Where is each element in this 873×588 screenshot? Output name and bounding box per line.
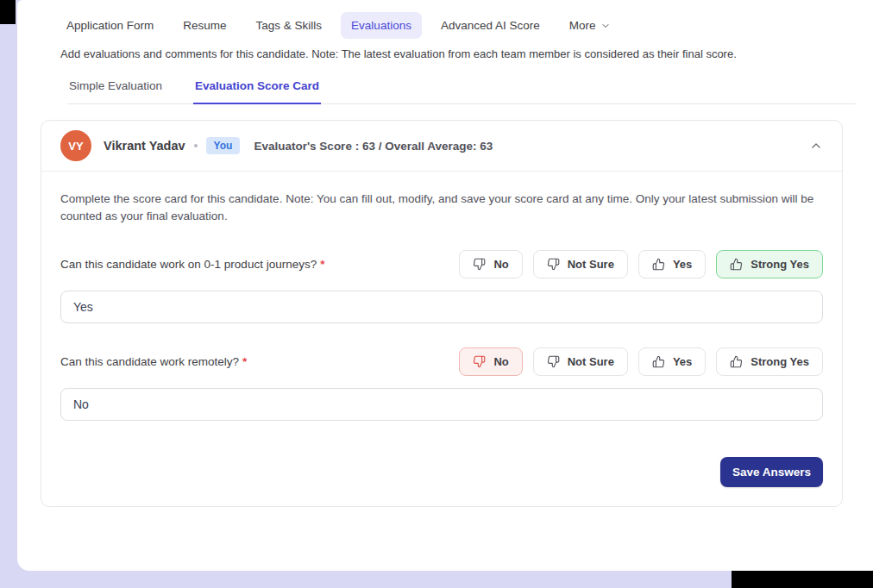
- score-card-body: Complete the score card for this candida…: [41, 172, 842, 506]
- subtab-simple-evaluation[interactable]: Simple Evaluation: [67, 79, 164, 103]
- save-answers-button[interactable]: Save Answers: [720, 457, 823, 487]
- evaluator-score-card: VY Vikrant Yadav You Evaluator's Score :…: [41, 120, 843, 507]
- tab-application-form[interactable]: Application Form: [56, 12, 164, 39]
- redacted-block-top-left: [0, 0, 16, 24]
- option-label: Strong Yes: [751, 258, 809, 271]
- option-strong-yes-button[interactable]: Strong Yes: [716, 347, 823, 376]
- option-not-sure-button[interactable]: Not Sure: [533, 347, 628, 376]
- option-not-sure-button[interactable]: Not Sure: [533, 250, 628, 278]
- tab-more-label: More: [569, 19, 596, 32]
- score-card-instruction: Complete the score card for this candida…: [60, 191, 823, 226]
- option-label: No: [493, 355, 508, 368]
- candidate-detail-panel: Application Form Resume Tags & Skills Ev…: [17, 0, 873, 571]
- thumbs-down-icon: [473, 355, 486, 368]
- evaluator-score-text: Evaluator's Score : 63 / Overall Average…: [254, 140, 493, 153]
- option-label: No: [493, 258, 508, 271]
- avatar: VY: [60, 130, 91, 161]
- required-asterisk: *: [242, 355, 247, 368]
- answer-input[interactable]: [60, 388, 823, 421]
- subtab-evaluation-score-card[interactable]: Evaluation Score Card: [193, 79, 321, 104]
- tab-evaluations[interactable]: Evaluations: [341, 12, 422, 39]
- you-badge: You: [206, 137, 241, 154]
- question-label: Can this candidate work remotely?: [60, 355, 239, 368]
- option-label: Not Sure: [568, 258, 614, 271]
- question-row: Can this candidate work remotely?* No No…: [60, 347, 823, 376]
- thumbs-down-icon: [547, 258, 560, 271]
- option-yes-button[interactable]: Yes: [638, 347, 706, 376]
- answer-input[interactable]: [60, 291, 823, 323]
- question-label: Can this candidate work on 0-1 product j…: [60, 258, 317, 271]
- required-asterisk: *: [320, 258, 324, 271]
- collapse-card-button[interactable]: [809, 139, 823, 153]
- option-label: Yes: [673, 258, 692, 271]
- tab-more[interactable]: More: [559, 12, 621, 39]
- tab-tags-skills[interactable]: Tags & Skills: [246, 12, 333, 39]
- save-row: Save Answers: [60, 457, 823, 487]
- evaluator-name: Vikrant Yadav: [104, 139, 185, 153]
- evaluation-subtabs: Simple Evaluation Evaluation Score Card: [67, 79, 856, 104]
- option-yes-button[interactable]: Yes: [638, 250, 706, 278]
- thumbs-up-icon: [652, 355, 665, 368]
- evaluator-card-header[interactable]: VY Vikrant Yadav You Evaluator's Score :…: [41, 121, 842, 171]
- question-text: Can this candidate work remotely?*: [60, 355, 247, 368]
- separator-dot: [194, 144, 198, 147]
- thumbs-up-icon: [730, 258, 743, 271]
- option-label: Yes: [673, 355, 692, 368]
- redacted-block-bottom-right: [732, 571, 873, 588]
- thumbs-down-icon: [473, 258, 486, 271]
- option-no-button[interactable]: No: [459, 347, 522, 376]
- option-label: Not Sure: [568, 355, 614, 368]
- tab-advanced-ai-score[interactable]: Advanced AI Score: [430, 12, 550, 39]
- chevron-up-icon: [809, 139, 823, 153]
- evaluations-description: Add evaluations and comments for this ca…: [60, 47, 873, 60]
- question-text: Can this candidate work on 0-1 product j…: [60, 258, 324, 271]
- thumbs-down-icon: [547, 355, 560, 368]
- thumbs-up-icon: [652, 258, 665, 271]
- option-group: No Not Sure Yes Strong Yes: [459, 347, 823, 376]
- option-label: Strong Yes: [751, 355, 809, 368]
- option-no-button[interactable]: No: [459, 250, 522, 278]
- thumbs-up-icon: [730, 355, 743, 368]
- chevron-down-icon: [600, 21, 611, 31]
- option-group: No Not Sure Yes Strong Yes: [459, 250, 823, 278]
- option-strong-yes-button[interactable]: Strong Yes: [716, 250, 823, 278]
- question-row: Can this candidate work on 0-1 product j…: [60, 250, 823, 278]
- candidate-tabs: Application Form Resume Tags & Skills Ev…: [56, 12, 873, 39]
- tab-resume[interactable]: Resume: [173, 12, 236, 39]
